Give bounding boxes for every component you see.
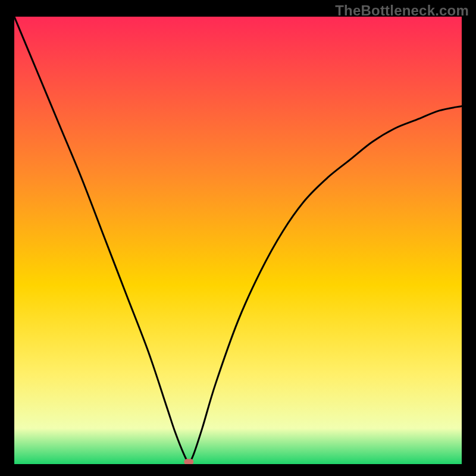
- minimum-marker: [184, 459, 193, 464]
- chart-background: [14, 17, 462, 464]
- chart-svg: [14, 17, 462, 464]
- plot-area: [14, 17, 462, 464]
- chart-frame: TheBottleneck.com: [0, 0, 476, 476]
